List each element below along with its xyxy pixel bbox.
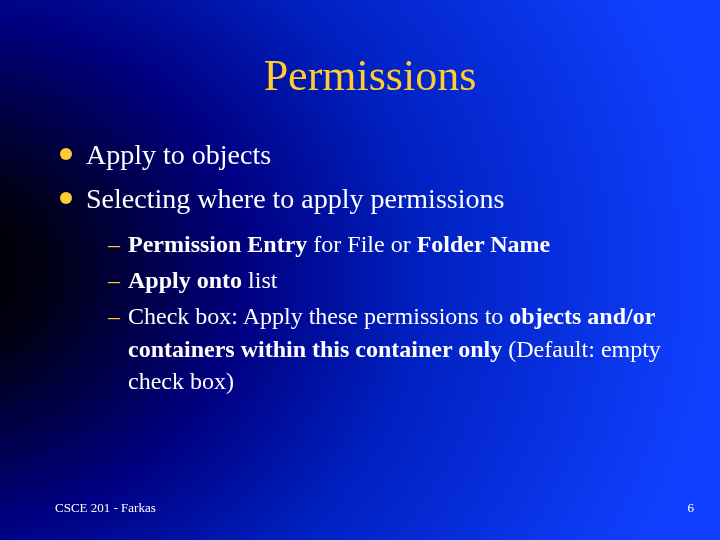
sub-text: for File or xyxy=(313,231,416,257)
slide: Permissions Apply to objects Selecting w… xyxy=(0,0,720,540)
sub-item: Check box: Apply these permissions to ob… xyxy=(108,300,680,397)
sub-text: Check box: Apply these permissions to xyxy=(128,303,509,329)
sub-list: Permission Entry for File or Folder Name… xyxy=(108,228,680,398)
sub-text: list xyxy=(248,267,277,293)
footer-left: CSCE 201 - Farkas xyxy=(55,500,156,516)
sub-text-bold: Folder Name xyxy=(417,231,551,257)
sub-text-bold: Apply onto xyxy=(128,267,248,293)
sub-item: Permission Entry for File or Folder Name xyxy=(108,228,680,260)
bullet-item: Apply to objects xyxy=(60,136,680,174)
slide-number: 6 xyxy=(688,500,695,516)
bullet-list: Apply to objects Selecting where to appl… xyxy=(60,136,680,398)
bullet-item: Selecting where to apply permissions Per… xyxy=(60,180,680,398)
sub-item: Apply onto list xyxy=(108,264,680,296)
sub-text-bold: Permission Entry xyxy=(128,231,313,257)
bullet-text: Selecting where to apply permissions xyxy=(86,183,504,214)
slide-title: Permissions xyxy=(60,50,680,101)
